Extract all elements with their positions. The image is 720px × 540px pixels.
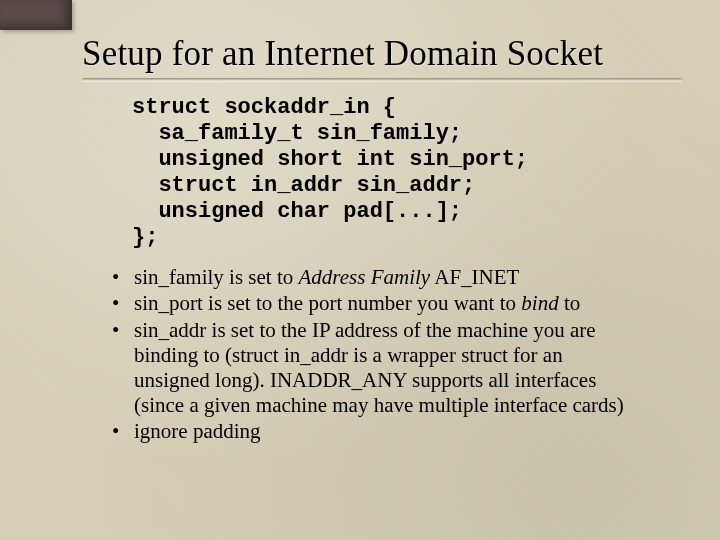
code-block: struct sockaddr_in { sa_family_t sin_fam… (132, 95, 680, 251)
bullet-text: ignore padding (134, 419, 261, 443)
list-item: ignore padding (112, 419, 640, 444)
list-item: sin_family is set to Address Family AF_I… (112, 265, 640, 290)
page-title: Setup for an Internet Domain Socket (82, 34, 680, 74)
corner-accent (0, 0, 72, 30)
bullet-text: AF_INET (430, 265, 519, 289)
bullet-text: sin_addr is set to the IP address of the… (134, 318, 624, 416)
bullet-emph: bind (521, 291, 558, 315)
title-underline (82, 78, 682, 81)
bullet-list: sin_family is set to Address Family AF_I… (112, 265, 640, 444)
bullet-text: sin_family is set to (134, 265, 299, 289)
bullet-text: to (559, 291, 581, 315)
list-item: sin_port is set to the port number you w… (112, 291, 640, 316)
list-item: sin_addr is set to the IP address of the… (112, 318, 640, 417)
slide: Setup for an Internet Domain Socket stru… (0, 0, 720, 540)
bullet-emph: Address Family (299, 265, 431, 289)
bullet-text: sin_port is set to the port number you w… (134, 291, 521, 315)
